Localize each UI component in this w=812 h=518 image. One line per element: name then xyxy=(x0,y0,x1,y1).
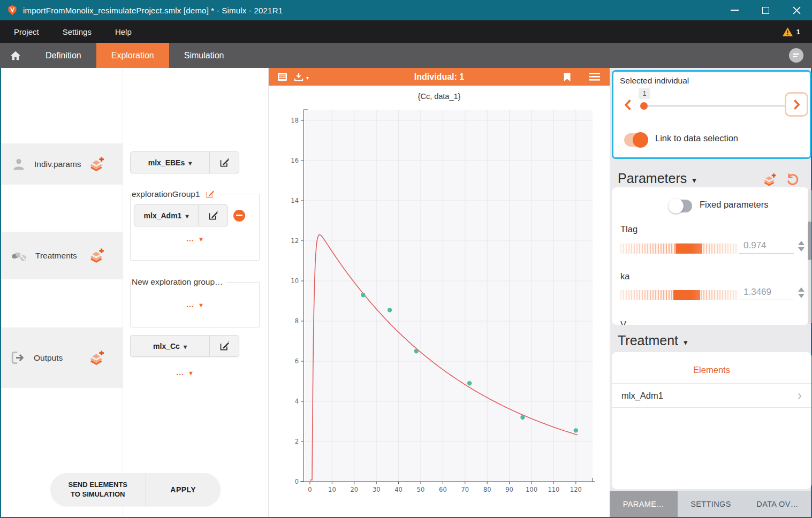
add-output-more-dropdown[interactable]: … xyxy=(130,368,239,377)
svg-text:14: 14 xyxy=(291,197,299,204)
parameter-value-input[interactable]: 1.3469 xyxy=(739,287,794,300)
close-button[interactable] xyxy=(781,0,812,20)
apply-button[interactable]: APPLY xyxy=(146,473,221,506)
previous-individual-button[interactable] xyxy=(624,100,632,112)
add-element-icon[interactable] xyxy=(88,248,105,264)
individual-slider-thumb[interactable] xyxy=(640,102,648,110)
parameter-slider-thumb[interactable] xyxy=(676,243,702,254)
svg-text:2: 2 xyxy=(295,438,299,445)
send-button-line2: TO SIMULATION xyxy=(71,490,125,499)
menu-project[interactable]: Project xyxy=(0,20,51,43)
stepper-down-icon[interactable] xyxy=(798,294,805,298)
output-element-dropdown[interactable]: mlx_Cc xyxy=(131,336,209,356)
treatment-section-header[interactable]: Treatment xyxy=(618,333,688,348)
tab-definition[interactable]: Definition xyxy=(31,43,96,68)
svg-text:40: 40 xyxy=(394,486,403,493)
add-element-icon[interactable] xyxy=(88,350,105,366)
navbar: Definition Exploration Simulation xyxy=(0,43,812,68)
svg-text:70: 70 xyxy=(461,486,469,493)
svg-text:0: 0 xyxy=(308,486,312,493)
svg-text:0: 0 xyxy=(295,478,299,485)
section-outputs: Outputs xyxy=(1,327,123,388)
feedback-chat-button[interactable] xyxy=(788,47,805,66)
tab-simulation[interactable]: Simulation xyxy=(169,43,239,68)
person-icon xyxy=(11,157,26,172)
chart-menu-button[interactable] xyxy=(589,73,600,81)
parameter-stepper xyxy=(798,241,805,252)
edit-indiv-param-button[interactable] xyxy=(209,152,239,173)
stepper-up-icon[interactable] xyxy=(798,241,805,245)
minimize-button[interactable] xyxy=(719,0,750,20)
parameters-section-header[interactable]: Parameters xyxy=(618,171,696,186)
rename-group-icon[interactable] xyxy=(205,189,215,199)
menu-help[interactable]: Help xyxy=(103,20,143,43)
caret-down-icon xyxy=(199,300,203,309)
stepper-down-icon[interactable] xyxy=(798,247,805,252)
parameter-value-input[interactable]: 0.974 xyxy=(739,240,794,254)
section-label: Indiv.params xyxy=(34,159,81,169)
parameter-slider[interactable] xyxy=(620,290,738,300)
chevron-right-icon xyxy=(793,100,800,110)
reset-parameters-button[interactable] xyxy=(786,173,799,189)
tab-settings[interactable]: SETTINGS xyxy=(678,491,744,517)
new-group-more-dropdown[interactable]: … xyxy=(134,300,256,309)
action-buttons: SEND ELEMENTS TO SIMULATION APPLY xyxy=(50,473,221,506)
treatment-card: Elements mlx_Adm1 › xyxy=(612,352,811,489)
warning-indicator[interactable]: 1 xyxy=(783,27,800,36)
treatment-element-name: mlx_Adm1 xyxy=(621,391,663,401)
caret-down-icon xyxy=(692,171,696,186)
menu-settings[interactable]: Settings xyxy=(51,20,103,43)
add-element-icon[interactable] xyxy=(88,156,105,172)
chart-canvas[interactable]: 0246810121416180102030405060708090100110… xyxy=(269,86,610,517)
parameter-slider-thumb[interactable] xyxy=(673,290,700,300)
indiv-param-element-group: mlx_EBEs xyxy=(130,151,239,173)
scrollbar-thumb[interactable] xyxy=(808,222,811,260)
remove-element-button[interactable] xyxy=(233,210,245,222)
indiv-param-dropdown[interactable]: mlx_EBEs xyxy=(131,152,209,173)
send-button-line1: SEND ELEMENTS xyxy=(69,480,128,490)
stepper-up-icon[interactable] xyxy=(798,287,805,292)
exploration-elements-panel: Indiv.params Treatments xyxy=(1,68,269,517)
bookmark-icon xyxy=(563,72,571,82)
send-elements-to-simulation-button[interactable]: SEND ELEMENTS TO SIMULATION xyxy=(50,473,146,506)
chat-bubble-icon xyxy=(788,47,805,64)
tab-parameters[interactable]: PARAME… xyxy=(610,491,678,517)
titlebar: importFromMonolix_resimulateProject.smlx… xyxy=(0,0,812,20)
output-element-label: mlx_Cc xyxy=(153,342,180,351)
maximize-button[interactable] xyxy=(750,0,781,20)
section-label: Outputs xyxy=(34,353,63,363)
chevron-right-icon: › xyxy=(798,389,802,402)
parameter-name: Tlag xyxy=(620,224,638,234)
treatment-element-row[interactable]: mlx_Adm1 › xyxy=(612,384,811,408)
link-to-data-toggle[interactable] xyxy=(624,133,647,147)
reset-icon xyxy=(786,173,799,186)
svg-text:80: 80 xyxy=(483,486,491,493)
home-button[interactable] xyxy=(0,43,31,68)
right-panel-tabs: PARAME… SETTINGS DATA OV… xyxy=(610,491,811,517)
add-element-icon xyxy=(762,173,777,187)
simulx-app-icon xyxy=(7,5,18,16)
tab-exploration[interactable]: Exploration xyxy=(96,43,169,68)
parameter-slider[interactable] xyxy=(620,243,738,254)
section-label: Treatments xyxy=(35,251,77,261)
edit-pencil-icon xyxy=(219,340,230,352)
edit-output-element-button[interactable] xyxy=(209,336,239,356)
more-dots: … xyxy=(186,234,195,243)
next-individual-button[interactable] xyxy=(785,92,808,117)
indiv-param-label: mlx_EBEs xyxy=(148,158,185,167)
individual-slider-track[interactable] xyxy=(643,105,787,106)
caret-down-icon xyxy=(199,234,203,243)
elements-tab[interactable]: Elements xyxy=(612,365,811,375)
caret-down-icon xyxy=(684,333,688,348)
add-treatment-more-dropdown[interactable]: … xyxy=(134,234,256,243)
bookmark-button[interactable] xyxy=(563,72,571,82)
more-dots: … xyxy=(186,300,195,309)
svg-text:100: 100 xyxy=(526,486,537,493)
tab-data-overview[interactable]: DATA OV… xyxy=(744,491,811,517)
add-parameter-element-button[interactable] xyxy=(762,173,777,189)
parameter-name-clipped: V xyxy=(620,319,626,325)
fixed-parameters-toggle[interactable] xyxy=(670,200,692,212)
svg-text:6: 6 xyxy=(295,357,299,365)
edit-treatment-element-button[interactable] xyxy=(198,205,227,226)
treatment-element-dropdown[interactable]: mlx_Adm1 xyxy=(134,205,198,226)
